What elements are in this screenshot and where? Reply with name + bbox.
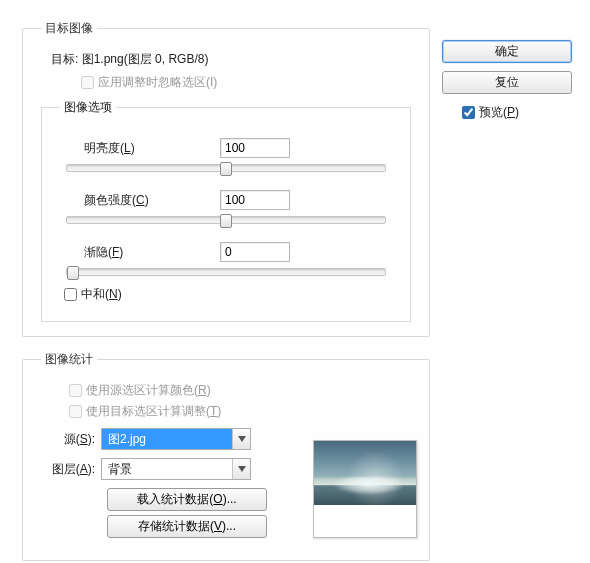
reset-button[interactable]: 复位 bbox=[442, 71, 572, 94]
target-value: 图1.png(图层 0, RGB/8) bbox=[82, 52, 209, 66]
source-value: 图2.jpg bbox=[102, 429, 232, 449]
lightness-input[interactable] bbox=[220, 138, 290, 158]
ignore-selection-label: 应用调整时忽略选区(I) bbox=[98, 74, 217, 91]
intensity-thumb[interactable] bbox=[220, 214, 232, 228]
ignore-selection-checkbox[interactable] bbox=[81, 76, 94, 89]
preview-row: 预览(P) bbox=[442, 104, 572, 121]
thumbnail-image bbox=[314, 441, 416, 505]
use-target-sel-row: 使用目标选区计算调整(T) bbox=[69, 403, 411, 420]
match-color-dialog: 目标图像 目标: 图1.png(图层 0, RGB/8) 应用调整时忽略选区(I… bbox=[0, 0, 590, 563]
target-image-legend: 目标图像 bbox=[41, 20, 97, 37]
source-thumbnail bbox=[313, 440, 417, 538]
fade-label: 渐隐(F) bbox=[60, 244, 220, 261]
lightness-label: 明亮度(L) bbox=[60, 140, 220, 157]
image-stats-group: 图像统计 使用源选区计算颜色(R) 使用目标选区计算调整(T) 源(S): 图2… bbox=[22, 351, 430, 561]
layer-label: 图层(A): bbox=[41, 461, 101, 478]
fade-thumb[interactable] bbox=[67, 266, 79, 280]
lightness-thumb[interactable] bbox=[220, 162, 232, 176]
layer-value: 背景 bbox=[102, 459, 232, 479]
right-column: 确定 复位 预览(P) bbox=[442, 20, 572, 125]
target-label: 目标: bbox=[51, 52, 78, 66]
intensity-slider[interactable] bbox=[66, 216, 386, 224]
layer-combo[interactable]: 背景 bbox=[101, 458, 251, 480]
lightness-slider[interactable] bbox=[66, 164, 386, 172]
image-options-group: 图像选项 明亮度(L) 颜色强度(C) bbox=[41, 99, 411, 322]
fade-input[interactable] bbox=[220, 242, 290, 262]
preview-label: 预览(P) bbox=[479, 104, 519, 121]
use-source-sel-checkbox[interactable] bbox=[69, 384, 82, 397]
neutralize-checkbox[interactable] bbox=[64, 288, 77, 301]
fade-block: 渐隐(F) bbox=[60, 242, 392, 276]
use-target-sel-checkbox[interactable] bbox=[69, 405, 82, 418]
lightness-block: 明亮度(L) bbox=[60, 138, 392, 172]
source-combo[interactable]: 图2.jpg bbox=[101, 428, 251, 450]
chevron-down-icon bbox=[232, 429, 250, 449]
use-target-sel-label: 使用目标选区计算调整(T) bbox=[86, 403, 221, 420]
use-source-sel-label: 使用源选区计算颜色(R) bbox=[86, 382, 211, 399]
neutralize-row: 中和(N) bbox=[64, 286, 392, 303]
use-source-sel-row: 使用源选区计算颜色(R) bbox=[69, 382, 411, 399]
left-column: 目标图像 目标: 图1.png(图层 0, RGB/8) 应用调整时忽略选区(I… bbox=[22, 20, 430, 563]
fade-slider[interactable] bbox=[66, 268, 386, 276]
source-label: 源(S): bbox=[41, 431, 101, 448]
neutralize-label: 中和(N) bbox=[81, 286, 122, 303]
ignore-selection-row: 应用调整时忽略选区(I) bbox=[81, 74, 411, 91]
intensity-block: 颜色强度(C) bbox=[60, 190, 392, 224]
image-stats-legend: 图像统计 bbox=[41, 351, 97, 368]
ok-button[interactable]: 确定 bbox=[442, 40, 572, 63]
load-stats-button[interactable]: 载入统计数据(O)... bbox=[107, 488, 267, 511]
chevron-down-icon bbox=[232, 459, 250, 479]
preview-checkbox[interactable] bbox=[462, 106, 475, 119]
target-line: 目标: 图1.png(图层 0, RGB/8) bbox=[51, 51, 411, 68]
target-image-group: 目标图像 目标: 图1.png(图层 0, RGB/8) 应用调整时忽略选区(I… bbox=[22, 20, 430, 337]
save-stats-button[interactable]: 存储统计数据(V)... bbox=[107, 515, 267, 538]
intensity-input[interactable] bbox=[220, 190, 290, 210]
image-options-legend: 图像选项 bbox=[60, 99, 116, 116]
intensity-label: 颜色强度(C) bbox=[60, 192, 220, 209]
